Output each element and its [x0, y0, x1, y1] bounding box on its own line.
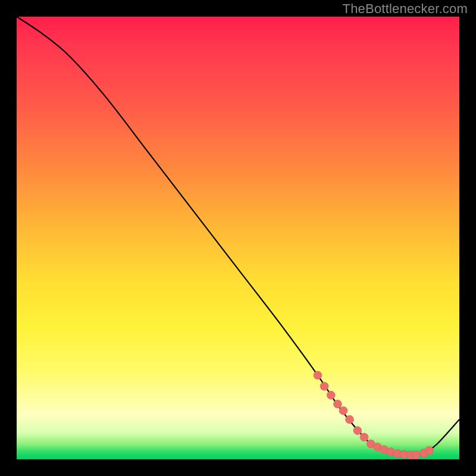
attribution-label: TheBottlenecker.com — [343, 1, 468, 17]
curve-svg — [17, 17, 459, 459]
curve-marker — [353, 427, 362, 435]
curve-marker — [360, 433, 368, 441]
curve-marker — [345, 415, 353, 424]
marker-group — [314, 371, 433, 459]
curve-marker — [412, 451, 420, 459]
chart-frame: TheBottlenecker.com — [0, 0, 476, 476]
curve-marker — [425, 446, 433, 455]
curve-marker — [339, 406, 347, 415]
curve-marker — [333, 400, 342, 408]
curve-marker — [320, 382, 328, 390]
curve-marker — [314, 371, 322, 380]
curve-marker — [327, 391, 335, 399]
bottleneck-curve — [17, 17, 459, 455]
plot-area — [17, 17, 459, 459]
